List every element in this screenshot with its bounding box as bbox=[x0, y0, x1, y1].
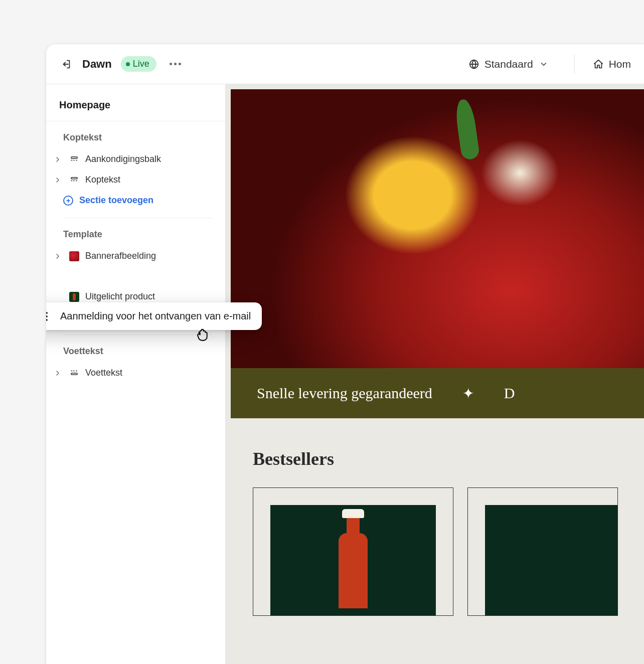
home-icon bbox=[593, 59, 604, 70]
group-label-template: Template bbox=[46, 218, 225, 246]
product-grid bbox=[253, 487, 622, 616]
page-title[interactable]: Homepage bbox=[46, 94, 225, 121]
product-card[interactable] bbox=[467, 487, 618, 616]
dragging-section-card[interactable]: Aanmelding voor het ontvangen van e-mail bbox=[46, 302, 262, 330]
svg-rect-1 bbox=[71, 156, 77, 158]
tree-item-footer[interactable]: Voettekst bbox=[46, 363, 225, 383]
sidebar: Homepage Koptekst Aankondigingsbalk Ko bbox=[46, 84, 226, 664]
chevron-right-icon bbox=[52, 155, 63, 163]
status-label: Live bbox=[133, 59, 149, 69]
section-icon bbox=[69, 175, 79, 185]
tree-item-label: Uitgelicht product bbox=[85, 291, 155, 302]
more-menu-button[interactable] bbox=[170, 63, 186, 65]
add-section-header[interactable]: + Sectie toevoegen bbox=[46, 190, 225, 211]
sparkle-icon: ✦ bbox=[462, 385, 474, 402]
marquee-bar: Snelle levering gegarandeerd ✦ D bbox=[231, 368, 644, 418]
editor-window: Dawn Live Standaard Hom Homepa bbox=[46, 44, 644, 664]
chevron-right-icon bbox=[52, 252, 63, 260]
preview-pane[interactable]: Snelle levering gegarandeerd ✦ D Bestsel… bbox=[226, 84, 644, 664]
globe-icon bbox=[468, 59, 479, 70]
status-badge: Live bbox=[121, 56, 156, 72]
section-icon bbox=[69, 154, 79, 164]
grab-cursor-icon bbox=[194, 325, 211, 344]
main-row: Homepage Koptekst Aankondigingsbalk Ko bbox=[46, 84, 644, 664]
exit-icon bbox=[61, 59, 72, 70]
bestsellers-section: Bestsellers bbox=[231, 418, 644, 616]
product-card[interactable] bbox=[253, 487, 453, 616]
drag-handle-icon[interactable] bbox=[46, 312, 51, 321]
tree-item-header[interactable]: Koptekst bbox=[46, 170, 225, 190]
dragging-item-label: Aanmelding voor het ontvangen van e-mail bbox=[60, 310, 251, 322]
svg-rect-3 bbox=[71, 373, 77, 375]
section-title: Bestsellers bbox=[253, 448, 622, 469]
tree-item-label: Aankondigingsbalk bbox=[85, 154, 161, 164]
add-section-label: Sectie toevoegen bbox=[79, 195, 153, 206]
hero-image bbox=[231, 89, 644, 368]
status-dot-icon bbox=[126, 62, 130, 66]
thumbnail-icon bbox=[69, 251, 79, 261]
home-crumb-label: Hom bbox=[609, 58, 631, 70]
chevron-down-icon bbox=[538, 59, 549, 70]
tree-item-image-banner[interactable]: Bannerafbeelding bbox=[46, 246, 225, 266]
back-button[interactable] bbox=[59, 57, 73, 71]
product-image bbox=[270, 505, 436, 615]
marquee-text: D bbox=[504, 385, 515, 402]
divider bbox=[574, 54, 575, 74]
locale-label: Standaard bbox=[485, 58, 533, 70]
theme-name: Dawn bbox=[82, 58, 112, 71]
chevron-right-icon bbox=[52, 176, 63, 184]
plus-circle-icon: + bbox=[63, 196, 73, 206]
topbar: Dawn Live Standaard Hom bbox=[46, 44, 644, 84]
locale-select[interactable]: Standaard bbox=[468, 58, 560, 70]
thumbnail-icon bbox=[69, 292, 79, 302]
section-icon bbox=[69, 368, 79, 378]
tree-item-label: Bannerafbeelding bbox=[85, 251, 156, 261]
svg-rect-2 bbox=[71, 177, 77, 179]
page-selector[interactable]: Hom bbox=[593, 58, 631, 70]
tree-item-label: Koptekst bbox=[85, 175, 120, 185]
marquee-text: Snelle levering gegarandeerd bbox=[257, 385, 432, 402]
chevron-right-icon bbox=[52, 369, 63, 377]
bottle-illustration bbox=[338, 509, 368, 609]
tree-item-label: Voettekst bbox=[85, 368, 122, 378]
product-image bbox=[485, 505, 617, 615]
group-label-header: Koptekst bbox=[46, 121, 225, 149]
tree-item-announcement-bar[interactable]: Aankondigingsbalk bbox=[46, 149, 225, 170]
